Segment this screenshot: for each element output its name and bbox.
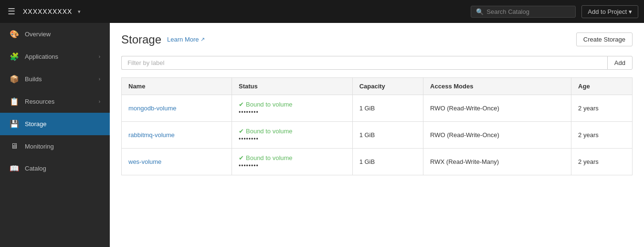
checkmark-icon: ✔: [239, 154, 244, 161]
sidebar-item-builds[interactable]: 📦 Builds ›: [0, 68, 110, 90]
page-header: Storage Learn More ↗ Create Storage: [121, 32, 633, 46]
search-bar: 🔍: [471, 6, 576, 18]
sidebar-item-label: Storage: [25, 120, 47, 128]
table-row: rabbitmq-volume ✔ Bound to volume ••••••…: [122, 122, 633, 149]
builds-icon: 📦: [10, 75, 19, 84]
status-password: ••••••••: [239, 162, 346, 169]
col-status: Status: [232, 78, 353, 95]
filter-bar: Add: [121, 56, 633, 70]
cell-status: ✔ Bound to volume ••••••••: [232, 122, 353, 149]
sidebar-item-resources[interactable]: 📋 Resources ›: [0, 90, 110, 113]
status-password: ••••••••: [239, 136, 346, 142]
status-password: ••••••••: [239, 109, 346, 116]
add-to-project-button[interactable]: Add to Project ▾: [581, 5, 638, 18]
col-name: Name: [122, 78, 232, 95]
external-link-icon: ↗: [201, 36, 205, 43]
sidebar-item-label: Monitoring: [25, 143, 54, 150]
checkmark-icon: ✔: [239, 101, 244, 108]
topbar: ☰ XXXXXXXXXX ▾ 🔍 Add to Project ▾: [0, 0, 644, 23]
sidebar-item-label: Applications: [25, 53, 58, 60]
page-header-left: Storage Learn More ↗: [121, 33, 205, 46]
chevron-right-icon: ›: [99, 99, 100, 104]
storage-icon: 💾: [10, 119, 19, 129]
chevron-right-icon: ›: [99, 54, 100, 59]
cell-access-modes: RWO (Read-Write-Once): [423, 95, 571, 122]
sidebar-item-storage[interactable]: 💾 Storage: [0, 113, 110, 135]
create-storage-button[interactable]: Create Storage: [576, 32, 633, 46]
storage-name-link[interactable]: mongodb-volume: [128, 105, 176, 112]
cell-age: 2 years: [571, 95, 633, 122]
resources-icon: 📋: [10, 97, 19, 106]
status-bound-text: ✔ Bound to volume: [239, 154, 346, 161]
cell-access-modes: RWO (Read-Write-Once): [423, 122, 571, 149]
table-row: wes-volume ✔ Bound to volume •••••••• 1 …: [122, 149, 633, 175]
storage-name-link[interactable]: wes-volume: [128, 158, 161, 165]
cell-capacity: 1 GiB: [352, 122, 423, 149]
cell-name: wes-volume: [122, 149, 232, 175]
checkmark-icon: ✔: [239, 128, 244, 135]
search-input[interactable]: [486, 8, 570, 15]
filter-add-button[interactable]: Add: [607, 56, 633, 70]
col-access-modes: Access Modes: [423, 78, 571, 95]
col-age: Age: [571, 78, 633, 95]
page-title: Storage: [121, 33, 161, 46]
cell-name: mongodb-volume: [122, 95, 232, 122]
filter-input[interactable]: [121, 56, 607, 70]
sidebar: 🎨 Overview 🧩 Applications › 📦 Builds › 📋…: [0, 23, 110, 247]
project-title: XXXXXXXXXX: [23, 8, 72, 15]
content-area: Storage Learn More ↗ Create Storage Add …: [110, 23, 644, 247]
cell-name: rabbitmq-volume: [122, 122, 232, 149]
storage-table: Name Status Capacity Access Modes Age mo…: [121, 77, 633, 175]
main-layout: 🎨 Overview 🧩 Applications › 📦 Builds › 📋…: [0, 23, 644, 247]
overview-icon: 🎨: [10, 30, 19, 39]
status-bound-text: ✔ Bound to volume: [239, 128, 346, 135]
monitoring-icon: 🖥: [10, 142, 19, 150]
sidebar-item-label: Catalog: [25, 165, 46, 172]
chevron-right-icon: ›: [99, 76, 100, 82]
cell-status: ✔ Bound to volume ••••••••: [232, 95, 353, 122]
hamburger-menu-icon[interactable]: ☰: [6, 4, 17, 19]
storage-name-link[interactable]: rabbitmq-volume: [128, 131, 175, 139]
catalog-icon: 📖: [10, 164, 19, 173]
cell-status: ✔ Bound to volume ••••••••: [232, 149, 353, 175]
table-header-row: Name Status Capacity Access Modes Age: [122, 78, 633, 95]
cell-capacity: 1 GiB: [352, 95, 423, 122]
search-icon: 🔍: [476, 8, 484, 15]
sidebar-item-monitoring[interactable]: 🖥 Monitoring: [0, 135, 110, 157]
col-capacity: Capacity: [352, 78, 423, 95]
sidebar-item-catalog[interactable]: 📖 Catalog: [0, 157, 110, 180]
sidebar-item-label: Resources: [25, 98, 54, 105]
sidebar-item-label: Overview: [25, 31, 51, 38]
applications-icon: 🧩: [10, 52, 19, 61]
cell-access-modes: RWX (Read-Write-Many): [423, 149, 571, 175]
sidebar-item-overview[interactable]: 🎨 Overview: [0, 23, 110, 45]
status-bound-text: ✔ Bound to volume: [239, 101, 346, 108]
cell-age: 2 years: [571, 122, 633, 149]
cell-age: 2 years: [571, 149, 633, 175]
table-row: mongodb-volume ✔ Bound to volume •••••••…: [122, 95, 633, 122]
learn-more-link[interactable]: Learn More ↗: [167, 36, 204, 43]
sidebar-item-applications[interactable]: 🧩 Applications ›: [0, 45, 110, 68]
sidebar-item-label: Builds: [25, 75, 42, 83]
project-dropdown-icon[interactable]: ▾: [78, 9, 81, 15]
cell-capacity: 1 GiB: [352, 149, 423, 175]
